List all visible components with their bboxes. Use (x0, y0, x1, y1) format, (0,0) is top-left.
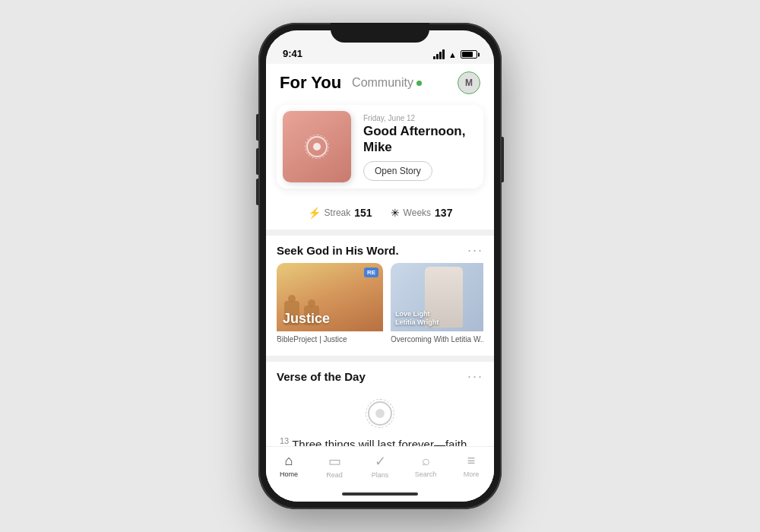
home-label: Home (280, 470, 298, 478)
weeks-value: 137 (435, 207, 452, 219)
phone-wrapper: 9:41 ▲ For You Community (258, 23, 502, 509)
more-icon: ≡ (467, 453, 476, 469)
seek-more-button[interactable]: ··· (467, 243, 483, 257)
more-label: More (464, 470, 480, 478)
signal-bar-4 (442, 49, 445, 59)
status-time: 9:41 (283, 48, 302, 59)
sun-deco-inner (375, 409, 385, 418)
weeks-stat: ✳ Weeks 137 (391, 207, 453, 219)
app-header: For You Community M (266, 64, 494, 100)
greeting-date: Friday, June 12 (363, 114, 474, 122)
seek-section-title: Seek God in His Word. (277, 244, 399, 257)
seek-section: Seek God in His Word. ··· RE (266, 236, 494, 356)
overcoming-background: Love LightLetitia Wright (391, 263, 483, 331)
nav-read[interactable]: ▭ Read (312, 453, 357, 479)
verse-section-header: Verse of the Day ··· (277, 362, 483, 389)
plans-icon: ✓ (375, 453, 386, 470)
justice-card-caption: BibleProject | Justice (277, 331, 383, 345)
app-content: For You Community M Friday (266, 64, 494, 502)
overcoming-overlay-text: Love LightLetitia Wright (395, 310, 483, 327)
battery-icon (461, 50, 477, 59)
nav-more[interactable]: ≡ More (448, 453, 494, 479)
home-bar (342, 492, 418, 496)
sun-decoration (277, 389, 483, 435)
home-indicator (266, 486, 494, 502)
nav-search[interactable]: ⌕ Search (403, 453, 448, 479)
overcoming-plan-card[interactable]: Love LightLetitia Wright Overcoming With… (391, 263, 483, 345)
signal-bar-1 (433, 56, 435, 59)
phone-screen: 9:41 ▲ For You Community (266, 30, 494, 502)
stats-row: ⚡ Streak 151 ✳ Weeks 137 (266, 199, 494, 230)
signal-bar-3 (439, 52, 442, 59)
streak-stat: ⚡ Streak 151 (308, 207, 372, 219)
community-tab[interactable]: Community (352, 76, 422, 90)
verse-number: 13 (280, 436, 289, 445)
seek-section-header: Seek God in His Word. ··· (277, 236, 483, 263)
verse-section: Verse of the Day ··· 13 Three things wil… (266, 362, 494, 446)
verse-more-button[interactable]: ··· (467, 369, 483, 383)
open-story-button[interactable]: Open Story (363, 161, 432, 181)
justice-overlay-text: Justice (283, 311, 330, 327)
search-label: Search (415, 470, 437, 478)
plans-label: Plans (372, 471, 389, 479)
notch (331, 23, 429, 43)
section-divider-2 (266, 356, 494, 362)
nav-plans[interactable]: ✓ Plans (357, 453, 403, 479)
community-online-dot (416, 81, 422, 86)
greeting-card: Friday, June 12 Good Afternoon,Mike Open… (277, 105, 483, 188)
streak-icon: ⚡ (308, 207, 321, 219)
book-sun-inner (313, 143, 321, 150)
read-label: Read (326, 471, 343, 479)
status-icons: ▲ (433, 49, 477, 59)
justice-card-image: RE Justice (277, 263, 383, 331)
justice-background: RE Justice (277, 263, 383, 331)
nav-home[interactable]: ⌂ Home (266, 453, 312, 479)
wifi-icon: ▲ (448, 50, 457, 59)
search-icon: ⌕ (422, 453, 430, 469)
weeks-label: Weeks (404, 207, 431, 218)
book-sun-icon (306, 136, 328, 157)
for-you-tab[interactable]: For You (280, 73, 341, 93)
verse-section-title: Verse of the Day (277, 370, 366, 383)
battery-fill (462, 52, 473, 57)
verse-text: 13 Three things will last forever—faith,… (277, 435, 483, 446)
home-icon: ⌂ (285, 453, 293, 469)
avatar[interactable]: M (458, 71, 480, 94)
re-badge: RE (364, 268, 378, 277)
plan-cards-row: RE Justice BibleProject | Justice (277, 263, 483, 345)
signal-bars-icon (433, 49, 445, 59)
read-icon: ▭ (328, 453, 341, 470)
streak-value: 151 (354, 207, 372, 219)
weeks-icon: ✳ (391, 207, 400, 219)
greeting-book-cover (283, 111, 351, 182)
overcoming-card-caption: Overcoming With Letitia W... (391, 331, 483, 345)
section-divider-1 (266, 230, 494, 236)
scroll-area[interactable]: Friday, June 12 Good Afternoon,Mike Open… (266, 100, 494, 446)
sun-deco-icon (368, 401, 392, 426)
greeting-name: Good Afternoon,Mike (363, 124, 474, 155)
justice-plan-card[interactable]: RE Justice BibleProject | Justice (277, 263, 383, 345)
streak-label: Streak (325, 207, 351, 218)
greeting-text-area: Friday, June 12 Good Afternoon,Mike Open… (357, 105, 483, 188)
bottom-nav: ⌂ Home ▭ Read ✓ Plans ⌕ Search ≡ More (266, 446, 494, 486)
signal-bar-2 (436, 54, 439, 59)
overcoming-card-image: Love LightLetitia Wright (391, 263, 483, 331)
